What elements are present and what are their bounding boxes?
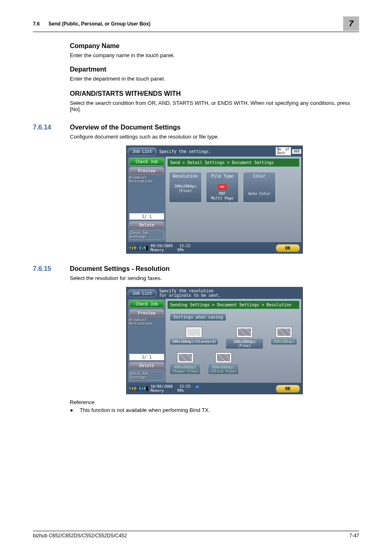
page-indicator: 1/ 1 — [129, 213, 164, 220]
screenshot-resolution: Job List Specify the resolution for orig… — [126, 287, 303, 394]
res-200x200-option[interactable]: 200x200dpi (Fine) — [226, 327, 263, 349]
footer-model: bizhub C652/C652DS/C552/C552DS/C452 — [33, 533, 127, 539]
heading-company-name: Company Name — [70, 42, 359, 50]
toner-indicator: Y M C K — [129, 246, 148, 250]
res-600x600-option[interactable]: 600x600dpi (Ultra Fine) — [208, 352, 239, 375]
delete-button[interactable]: Delete — [129, 221, 164, 229]
tile-title: File Type — [206, 174, 238, 178]
chapter-number-tab: 7 — [343, 16, 359, 31]
reference-text: This function is not available when perf… — [80, 407, 210, 413]
running-header: 7.6 Send (Public, Personal, or Group Use… — [33, 16, 359, 32]
heading-department: Department — [70, 66, 359, 73]
preview-button[interactable]: Preview — [129, 167, 164, 175]
heading-or-and: OR/AND/STARTS WITH/ENDS WITH — [70, 90, 359, 97]
resolution-icon — [186, 327, 202, 338]
toner-indicator: Y M C K — [129, 386, 148, 391]
breadcrumb: Send > Detail Settings > Document Settin… — [167, 158, 300, 167]
section-title-7614: Overview of the Document Settings — [70, 124, 180, 131]
reference-label: Reference — [70, 399, 359, 405]
header-section-title: Send (Public, Personal, or Group User Bo… — [48, 21, 150, 27]
broadcast-label: Broadcast Destinations — [129, 176, 164, 183]
broadcast-label: Broadcast Destinations — [129, 318, 164, 326]
res-label: 200x100dpi(Standard) — [170, 338, 218, 345]
delete-button[interactable]: Delete — [129, 362, 164, 370]
res-400x400-option[interactable]: 400x400dpi (Super Fine) — [170, 352, 201, 375]
resolution-icon — [177, 352, 194, 363]
mail-icon: ✉ — [195, 384, 200, 388]
job-list-button[interactable]: Job List — [128, 289, 157, 297]
resolution-icon — [215, 352, 232, 363]
check-job-settings-button[interactable]: Check Job Settings — [129, 371, 164, 381]
text-department: Enter the department in the touch panel. — [70, 76, 359, 82]
color-tile[interactable]: Color Auto Color — [243, 172, 276, 203]
text-or-and: Select the search condition from OR, AND… — [70, 100, 359, 112]
check-job-button[interactable]: Check Job — [129, 300, 164, 308]
check-job-button[interactable]: Check Job — [129, 158, 164, 166]
res-200x100-option[interactable]: 200x100dpi(Standard) — [170, 327, 218, 349]
settings-when-saving-button[interactable]: Settings when saving — [170, 313, 226, 321]
tile-value: Auto Color — [243, 192, 275, 196]
breadcrumb: Sending Settings > Document Settings > R… — [167, 301, 300, 309]
screenshot-document-settings: Job List Specify the settings. No. of De… — [126, 146, 303, 254]
text-company-name: Enter the company name in the touch pane… — [70, 52, 359, 58]
screen-instruction: Specify the resolution for originals to … — [159, 289, 301, 298]
status-bar: 09/29/2009 15:22 Memory 99% — [150, 244, 276, 252]
dest-count-value: 000 — [292, 149, 301, 154]
section-number-7614: 7.6.14 — [33, 124, 70, 131]
section-title-7615: Document Settings - Resolution — [70, 265, 170, 273]
tile-value: 200x200dpi (Fine) — [169, 184, 201, 193]
page-footer: bizhub C652/C652DS/C552/C552DS/C452 7-47 — [33, 531, 359, 539]
text-7615: Select the resolution for sending faxes. — [70, 275, 359, 281]
pdf-icon: PDF — [218, 184, 227, 190]
preview-button[interactable]: Preview — [129, 309, 164, 317]
footer-page-number: 7-47 — [349, 533, 359, 539]
res-label: 200x200dpi (Fine) — [226, 338, 263, 349]
section-number-7615: 7.6.15 — [33, 265, 70, 273]
ok-button[interactable]: OK — [276, 244, 300, 252]
res-label: 300x300dpi — [271, 338, 297, 345]
res-300x300-option[interactable]: 300x300dpi — [271, 327, 297, 349]
screen-instruction: Specify the settings. — [159, 149, 274, 154]
check-job-settings-button[interactable]: Check Job Settings — [129, 230, 164, 240]
header-section-number: 7.6 — [33, 21, 40, 27]
resolution-icon — [276, 327, 292, 338]
bullet-icon: ● — [70, 407, 80, 413]
ok-button[interactable]: OK — [276, 385, 300, 393]
tile-title: Color — [243, 174, 275, 178]
res-label: 400x400dpi (Super Fine) — [170, 364, 201, 375]
text-7614: Configure document settings such as the … — [70, 134, 359, 140]
status-bar: 10/09/2008 15:55 ✉ Memory 99% — [150, 384, 276, 393]
resolution-tile[interactable]: Resolution 200x200dpi (Fine) — [169, 172, 202, 203]
tile-value: PDF Multi Page — [206, 192, 238, 201]
res-label: 600x600dpi (Ultra Fine) — [208, 364, 239, 375]
page-indicator: 1/ 1 — [129, 354, 164, 361]
tile-title: Resolution — [169, 174, 201, 178]
job-list-button[interactable]: Job List — [128, 148, 157, 155]
file-type-tile[interactable]: File Type PDF PDF Multi Page — [206, 172, 239, 203]
dest-count-label: No. of Dest. — [276, 147, 291, 155]
resolution-icon — [236, 327, 253, 338]
